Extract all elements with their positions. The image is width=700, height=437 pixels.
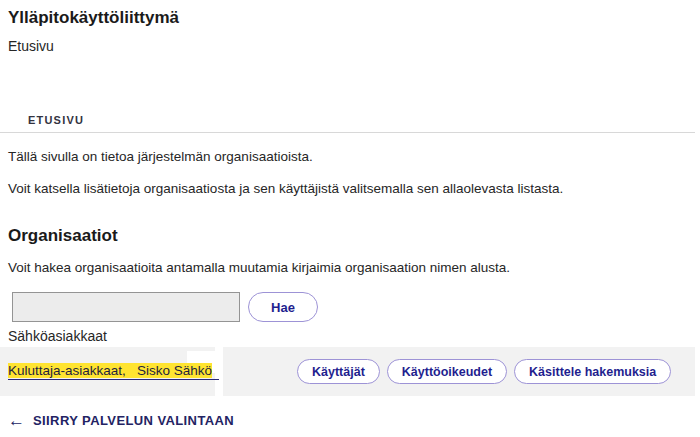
users-button[interactable]: Käyttäjät	[297, 359, 380, 384]
organisation-search-input[interactable]	[12, 292, 240, 322]
search-button[interactable]: Hae	[248, 292, 318, 322]
intro-line-1: Tällä sivulla on tietoa järjestelmän org…	[8, 150, 700, 164]
breadcrumb: Etusivu	[8, 38, 700, 54]
organisations-search-hint: Voit hakea organisaatioita antamalla muu…	[8, 261, 700, 275]
back-arrow-icon: ←	[8, 413, 25, 429]
tab-bar: ETUSIVU	[28, 110, 700, 123]
tab-etusivu[interactable]: ETUSIVU	[28, 114, 84, 127]
organisation-row: Kuluttaja-asiakkaat, Sisko Sähkö Käyttäj…	[0, 347, 695, 396]
organisation-name-cell: Kuluttaja-asiakkaat, Sisko Sähkö	[0, 347, 215, 396]
organisation-link[interactable]: Kuluttaja-asiakkaat, Sisko Sähkö	[8, 363, 219, 380]
admin-page: Ylläpitokäyttöliittymä Etusivu ETUSIVU T…	[0, 8, 700, 429]
organisation-actions-cell: Käyttäjät Käyttöoikeudet Käsittele hakem…	[223, 347, 695, 396]
organisation-search-row: Hae	[12, 292, 700, 322]
organisation-group-label: Sähköasiakkaat	[8, 329, 700, 344]
intro-line-2: Voit katsella lisätietoja organisaatiost…	[8, 182, 700, 196]
organisations-heading: Organisaatiot	[8, 226, 700, 246]
back-link-label: SIIRRY PALVELUN VALINTAAN	[33, 413, 234, 429]
page-title: Ylläpitokäyttöliittymä	[8, 8, 700, 28]
tab-divider	[0, 132, 695, 133]
back-to-service-selection-link[interactable]: ← SIIRRY PALVELUN VALINTAAN	[8, 413, 234, 429]
organisation-link-label: Kuluttaja-asiakkaat, Sisko Sähkö	[8, 363, 212, 378]
permissions-button[interactable]: Käyttöoikeudet	[387, 359, 507, 384]
handle-applications-button[interactable]: Käsittele hakemuksia	[514, 359, 671, 384]
